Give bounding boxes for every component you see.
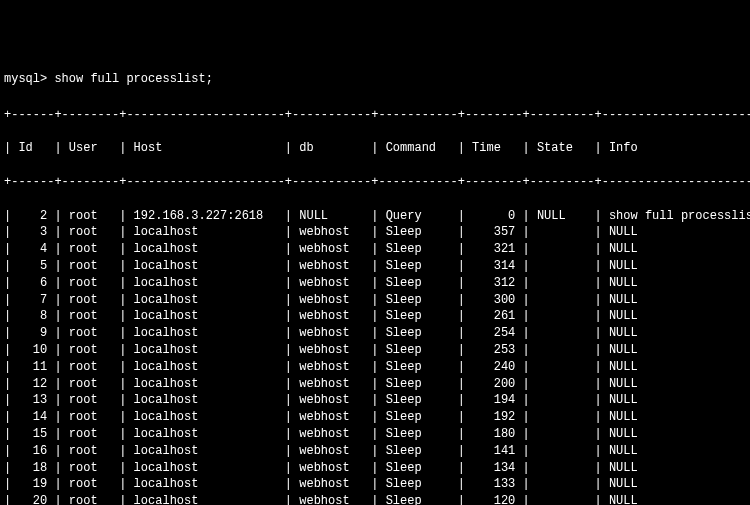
- table-body: | 2 | root | 192.168.3.227:2618 | NULL |…: [4, 208, 746, 505]
- table-row: | 11 | root | localhost | webhost | Slee…: [4, 359, 746, 376]
- table-row: | 2 | root | 192.168.3.227:2618 | NULL |…: [4, 208, 746, 225]
- table-row: | 7 | root | localhost | webhost | Sleep…: [4, 292, 746, 309]
- table-row: | 9 | root | localhost | webhost | Sleep…: [4, 325, 746, 342]
- mysql-prompt[interactable]: mysql> show full processlist;: [4, 71, 746, 88]
- table-row: | 13 | root | localhost | webhost | Slee…: [4, 392, 746, 409]
- table-row: | 12 | root | localhost | webhost | Slee…: [4, 376, 746, 393]
- table-row: | 3 | root | localhost | webhost | Sleep…: [4, 224, 746, 241]
- table-row: | 6 | root | localhost | webhost | Sleep…: [4, 275, 746, 292]
- table-row: | 15 | root | localhost | webhost | Slee…: [4, 426, 746, 443]
- prompt-text: mysql> show full processlist;: [4, 72, 213, 86]
- table-row: | 5 | root | localhost | webhost | Sleep…: [4, 258, 746, 275]
- table-row: | 20 | root | localhost | webhost | Slee…: [4, 493, 746, 505]
- table-row: | 18 | root | localhost | webhost | Slee…: [4, 460, 746, 477]
- table-row: | 16 | root | localhost | webhost | Slee…: [4, 443, 746, 460]
- table-separator-header: +------+--------+----------------------+…: [4, 174, 746, 191]
- table-row: | 4 | root | localhost | webhost | Sleep…: [4, 241, 746, 258]
- table-separator-top: +------+--------+----------------------+…: [4, 107, 746, 124]
- table-row: | 14 | root | localhost | webhost | Slee…: [4, 409, 746, 426]
- table-row: | 19 | root | localhost | webhost | Slee…: [4, 476, 746, 493]
- table-row: | 10 | root | localhost | webhost | Slee…: [4, 342, 746, 359]
- table-row: | 8 | root | localhost | webhost | Sleep…: [4, 308, 746, 325]
- table-header-row: | Id | User | Host | db | Command | Time…: [4, 140, 746, 157]
